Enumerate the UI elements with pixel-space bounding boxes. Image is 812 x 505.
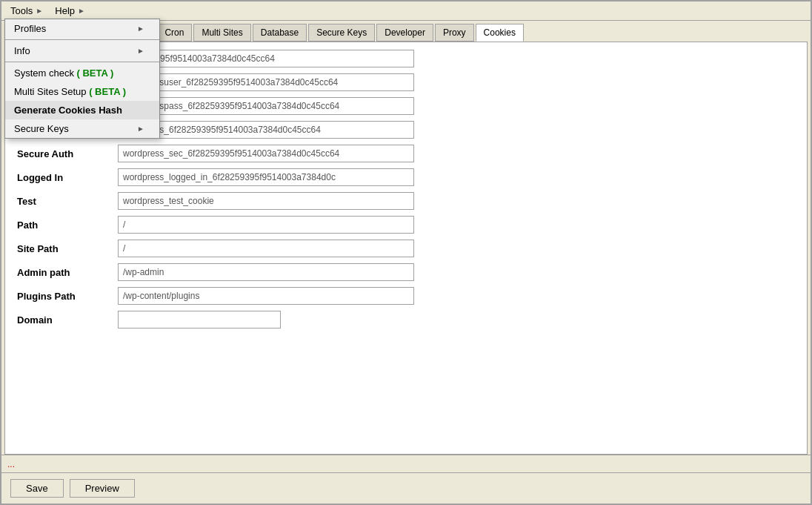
secure-keys-arrow: ► — [137, 125, 144, 133]
multi-sites-label: Multi Sites Setup ( BETA ) — [14, 86, 126, 97]
system-check-label: System check ( BETA ) — [14, 67, 113, 79]
system-check-item[interactable]: System check ( BETA ) — [5, 64, 159, 82]
input-path[interactable] — [118, 216, 414, 234]
generate-cookies-item[interactable]: Generate Cookies Hash — [5, 101, 159, 119]
tab-cron[interactable]: Cron — [156, 24, 192, 42]
input-auth[interactable] — [118, 121, 414, 139]
separator-1 — [5, 39, 159, 40]
input-wordpresspass[interactable] — [118, 97, 414, 115]
form-row-secure-auth: Secure Auth — [17, 145, 795, 162]
input-secure-auth[interactable] — [118, 145, 414, 162]
help-arrow: ► — [78, 7, 85, 15]
label-logged-in: Logged In — [17, 172, 106, 183]
form-row-test: Test — [17, 192, 795, 210]
input-wordpressuser[interactable] — [118, 73, 414, 91]
label-site-path: Site Path — [17, 243, 106, 254]
input-logged-in[interactable] — [118, 168, 414, 186]
form-row-admin-path: Admin path — [17, 263, 795, 281]
tab-multi-sites[interactable]: Multi Sites — [193, 24, 250, 42]
help-label: Help — [55, 5, 75, 16]
label-secure-auth: Secure Auth — [17, 148, 106, 159]
info-arrow: ► — [137, 47, 144, 55]
generate-cookies-label: Generate Cookies Hash — [14, 105, 122, 116]
status-text: ... — [7, 459, 15, 469]
input-test[interactable] — [118, 192, 414, 210]
multi-sites-badge: ( BETA ) — [89, 86, 126, 97]
tab-database[interactable]: Database — [253, 24, 307, 42]
menu-bar: Tools ► Profiles ► Info ► System check (… — [1, 1, 811, 21]
preview-button[interactable]: Preview — [70, 479, 135, 498]
status-bar: ... — [1, 455, 811, 472]
label-path: Path — [17, 220, 106, 231]
tab-developer[interactable]: Developer — [376, 24, 433, 42]
input-hash[interactable] — [118, 50, 414, 67]
label-domain: Domain — [17, 314, 106, 326]
label-test: Test — [17, 196, 106, 207]
form-row-domain: Domain — [17, 311, 795, 329]
multi-sites-item[interactable]: Multi Sites Setup ( BETA ) — [5, 82, 159, 101]
secure-keys-item[interactable]: Secure Keys ► — [5, 119, 159, 138]
input-plugins-path[interactable] — [118, 287, 414, 305]
form-row-plugins-path: Plugins Path — [17, 287, 795, 305]
tab-proxy[interactable]: Proxy — [435, 24, 474, 42]
tab-secure-keys[interactable]: Secure Keys — [308, 24, 375, 42]
label-plugins-path: Plugins Path — [17, 291, 106, 302]
label-admin-path: Admin path — [17, 267, 106, 278]
secure-keys-label: Secure Keys — [14, 123, 69, 134]
tools-dropdown: Profiles ► Info ► System check ( BETA ) … — [4, 19, 160, 139]
input-site-path[interactable] — [118, 240, 414, 257]
help-menu[interactable]: Help ► — [49, 3, 91, 19]
tools-label: Tools — [10, 5, 33, 16]
main-window: Tools ► Profiles ► Info ► System check (… — [0, 0, 812, 505]
save-button[interactable]: Save — [10, 479, 64, 498]
tab-cookies[interactable]: Cookies — [476, 24, 524, 42]
profiles-item[interactable]: Profiles ► — [5, 19, 159, 38]
tools-arrow: ► — [36, 7, 43, 15]
tools-menu[interactable]: Tools ► — [4, 3, 49, 19]
form-row-logged-in: Logged In — [17, 168, 795, 186]
input-domain[interactable] — [118, 311, 281, 329]
input-admin-path[interactable] — [118, 263, 414, 281]
form-row-path: Path — [17, 216, 795, 234]
profiles-arrow: ► — [137, 24, 144, 33]
footer-bar: Save Preview — [1, 472, 811, 504]
profiles-label: Profiles — [14, 23, 46, 34]
info-label: Info — [14, 45, 30, 56]
system-check-badge: ( BETA ) — [77, 67, 114, 79]
separator-2 — [5, 62, 159, 62]
tools-menu-wrapper: Tools ► Profiles ► Info ► System check (… — [4, 3, 49, 19]
info-item[interactable]: Info ► — [5, 42, 159, 60]
form-row-site-path: Site Path — [17, 240, 795, 257]
